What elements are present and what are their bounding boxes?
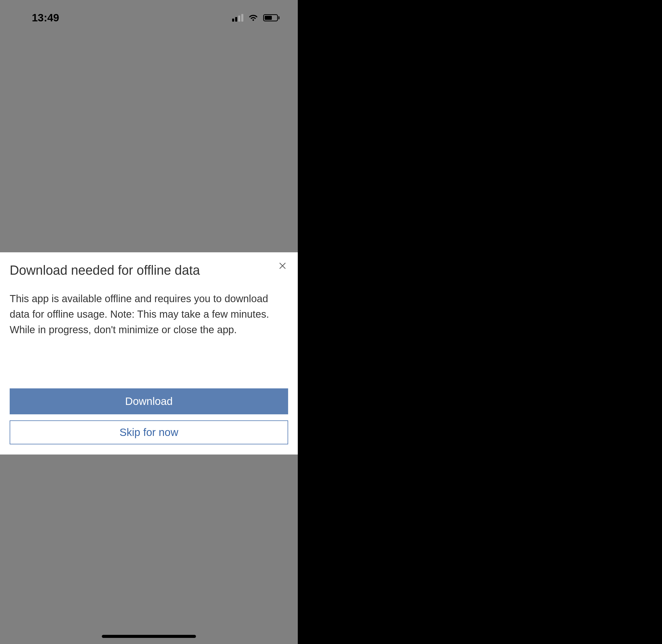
battery-icon — [263, 14, 280, 21]
dialog-body-text: This app is available offline and requir… — [0, 279, 298, 337]
status-time: 13:49 — [32, 12, 59, 24]
dialog-title: Download needed for offline data — [10, 262, 200, 279]
download-dialog: Download needed for offline data This ap… — [0, 252, 298, 455]
status-bar: 13:49 — [0, 0, 298, 30]
wifi-icon — [248, 12, 259, 24]
dialog-actions: Download Skip for now — [0, 338, 298, 444]
status-icons — [232, 12, 280, 24]
download-button[interactable]: Download — [10, 388, 288, 414]
skip-button[interactable]: Skip for now — [10, 420, 288, 444]
close-icon[interactable] — [277, 260, 288, 273]
cellular-signal-icon — [232, 14, 243, 22]
dialog-header: Download needed for offline data — [0, 252, 298, 279]
black-background — [298, 0, 662, 644]
phone-screen: 13:49 — [0, 0, 298, 644]
home-indicator[interactable] — [102, 635, 196, 638]
